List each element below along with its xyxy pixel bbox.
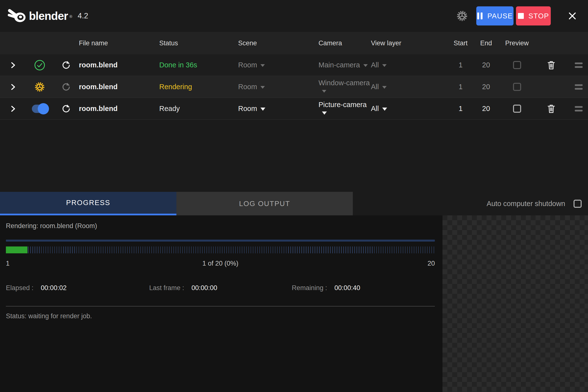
- status-line: Status: waiting for render job.: [6, 312, 435, 320]
- pause-icon: [477, 12, 483, 20]
- trash-icon: [546, 60, 556, 70]
- restart-job-button[interactable]: [54, 104, 79, 114]
- frame-counter-label: 1 of 20 (0%): [202, 260, 238, 267]
- camera-select[interactable]: Picture-camera: [318, 101, 371, 117]
- expand-row-button[interactable]: [0, 104, 26, 113]
- chevron-down-icon: [382, 86, 386, 89]
- render-preview-area: [442, 215, 588, 392]
- refresh-icon: [61, 60, 71, 70]
- brand-version: 4.2: [78, 12, 88, 20]
- refresh-icon: [61, 82, 71, 92]
- render-manager-window: blender ® 4.2 PAUSE: [0, 0, 588, 392]
- shutdown-option: Auto computer shutdown: [353, 192, 588, 215]
- toggle-on-icon: [32, 104, 48, 113]
- delete-job-button[interactable]: [533, 60, 570, 70]
- elapsed-label: Elapsed :: [6, 284, 34, 292]
- camera-value: Picture-camera: [318, 101, 367, 108]
- end-frame[interactable]: 20: [472, 83, 501, 91]
- camera-select[interactable]: Window-camera: [318, 79, 371, 95]
- check-circle-icon: [34, 60, 45, 71]
- frame-range-labels: 1 1 of 20 (0%) 20: [6, 260, 435, 268]
- close-window-button[interactable]: [567, 10, 578, 21]
- chevron-down-icon: [382, 108, 387, 111]
- view-layer-select[interactable]: All: [371, 83, 412, 91]
- job-enabled-toggle[interactable]: [26, 104, 54, 113]
- progress-panel: Rendering: room.blend (Room) 1 1 of 20 (…: [0, 215, 442, 392]
- blender-logo-icon: [7, 8, 28, 24]
- delete-job-button[interactable]: [533, 104, 570, 114]
- column-header-start: Start: [450, 40, 472, 47]
- scene-select[interactable]: Room: [238, 83, 318, 91]
- drag-handle-icon: [575, 106, 582, 112]
- file-name: room.blend: [79, 104, 159, 113]
- scene-value: Room: [238, 61, 257, 69]
- job-table-header: File name Status Scene Camera View layer…: [0, 32, 588, 54]
- chevron-right-icon: [9, 104, 17, 113]
- job-row-ready: room.blend Ready Room Picture-camera All…: [0, 98, 588, 120]
- top-bar: blender ® 4.2 PAUSE: [0, 0, 588, 32]
- expand-row-button[interactable]: [0, 61, 26, 69]
- chevron-down-icon: [260, 64, 265, 67]
- job-state-indicator: [26, 81, 54, 93]
- preview-checkbox[interactable]: [513, 83, 521, 91]
- job-status: Done in 36s: [159, 61, 238, 69]
- job-status: Rendering: [159, 83, 238, 91]
- chevron-down-icon: [322, 112, 327, 115]
- stop-button[interactable]: STOP: [516, 6, 551, 26]
- end-frame[interactable]: 20: [472, 104, 501, 113]
- chevron-down-icon: [382, 64, 386, 67]
- column-header-view-layer: View layer: [371, 40, 412, 47]
- registered-mark: ®: [69, 14, 72, 19]
- preview-checkbox[interactable]: [513, 104, 521, 113]
- column-header-scene: Scene: [238, 40, 318, 47]
- preview-checkbox[interactable]: [513, 61, 521, 69]
- start-frame[interactable]: 1: [450, 83, 472, 91]
- stop-button-label: STOP: [528, 12, 549, 20]
- chevron-down-icon: [260, 108, 265, 111]
- view-layer-value: All: [371, 83, 379, 91]
- expand-row-button[interactable]: [0, 83, 26, 91]
- drag-handle-icon: [575, 62, 582, 68]
- remaining-value: 00:00:40: [334, 284, 360, 292]
- drag-reorder-handle[interactable]: [570, 62, 588, 68]
- auto-shutdown-checkbox[interactable]: [574, 200, 582, 208]
- start-frame[interactable]: 1: [450, 104, 472, 113]
- job-status: Ready: [159, 104, 238, 113]
- scene-select[interactable]: Room: [238, 104, 318, 113]
- pause-button-label: PAUSE: [487, 12, 513, 20]
- job-list-empty-area: [0, 120, 588, 192]
- rendering-gear-icon: [34, 81, 46, 93]
- top-bar-actions: PAUSE STOP: [456, 6, 582, 26]
- tab-log-output[interactable]: LOG OUTPUT: [176, 192, 353, 215]
- drag-reorder-handle[interactable]: [570, 84, 588, 90]
- drag-reorder-handle[interactable]: [570, 106, 588, 112]
- close-icon: [568, 12, 577, 20]
- restart-job-button[interactable]: [54, 60, 79, 70]
- camera-select[interactable]: Main-camera: [318, 61, 371, 69]
- end-frame[interactable]: 20: [472, 61, 501, 69]
- settings-button[interactable]: [456, 10, 468, 22]
- chevron-down-icon: [363, 64, 368, 67]
- frame-progress-bar: [6, 246, 435, 253]
- chevron-down-icon: [260, 86, 265, 89]
- job-state-indicator: [26, 60, 54, 71]
- pause-button[interactable]: PAUSE: [476, 6, 514, 26]
- chevron-right-icon: [9, 61, 17, 69]
- frame-start-label: 1: [6, 260, 10, 267]
- blender-logo: blender ® 4.2: [7, 8, 88, 24]
- restart-job-button[interactable]: [54, 82, 79, 92]
- start-frame[interactable]: 1: [450, 61, 472, 69]
- view-layer-select[interactable]: All: [371, 61, 412, 69]
- chevron-down-icon: [322, 90, 326, 92]
- view-layer-select[interactable]: All: [371, 104, 412, 113]
- tab-progress[interactable]: PROGRESS: [0, 192, 176, 215]
- chevron-right-icon: [9, 83, 17, 91]
- total-progress-bar: [6, 240, 435, 242]
- column-header-end: End: [472, 40, 501, 47]
- job-row-rendering: room.blend Rendering Room Window-camera …: [0, 76, 588, 98]
- render-times: Elapsed : 00:00:02 Last frame : 00:00:00…: [6, 284, 435, 292]
- view-layer-value: All: [371, 104, 379, 112]
- job-row-done: room.blend Done in 36s Room Main-camera …: [0, 54, 588, 76]
- scene-select[interactable]: Room: [238, 61, 318, 69]
- refresh-icon: [61, 104, 71, 114]
